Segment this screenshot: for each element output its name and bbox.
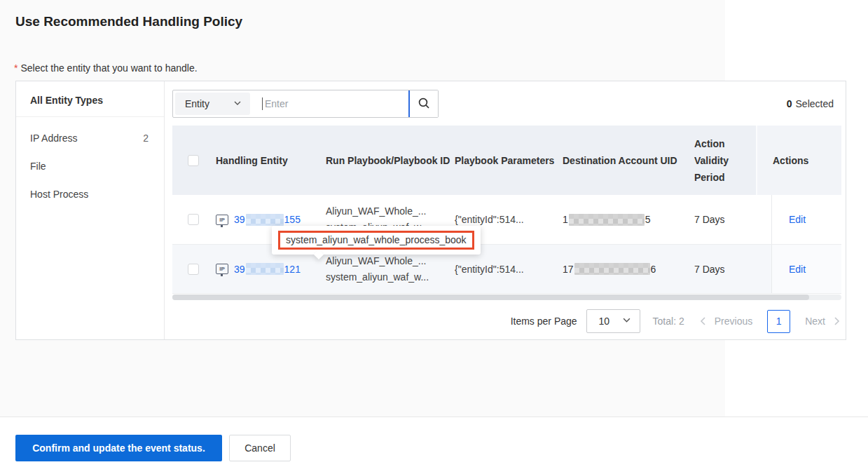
search-button[interactable] bbox=[410, 90, 438, 117]
cancel-button[interactable]: Cancel bbox=[229, 435, 291, 461]
playbook-name: Aliyun_WAF_Whole_... bbox=[326, 203, 426, 219]
masked-entity-segment bbox=[246, 263, 284, 275]
handling-entity-link[interactable]: IP 39 155 bbox=[216, 214, 301, 226]
sidebar-item-label: Host Process bbox=[30, 189, 88, 200]
uid-suffix: 6 bbox=[651, 264, 656, 275]
column-header-run-playbook: Run Playbook/Playbook ID bbox=[326, 126, 455, 195]
pagination-bar: Items per Page 10 Total: 2 Previous 1 Ne… bbox=[165, 309, 841, 333]
select-all-checkbox[interactable] bbox=[188, 155, 199, 166]
edit-link[interactable]: Edit bbox=[789, 264, 806, 275]
instruction-text: *Select the entity that you want to hand… bbox=[14, 62, 198, 74]
next-page-button[interactable]: Next bbox=[805, 316, 841, 327]
row-checkbox[interactable] bbox=[188, 264, 199, 275]
chevron-down-icon bbox=[233, 98, 242, 109]
page-number-button[interactable]: 1 bbox=[767, 310, 790, 333]
search-field-select[interactable]: Entity bbox=[175, 93, 250, 115]
selected-count-info: 0Selected bbox=[787, 98, 841, 109]
selected-count: 0 bbox=[787, 98, 792, 109]
uid-prefix: 17 bbox=[563, 264, 574, 275]
column-header-handling-entity: Handling Entity bbox=[216, 126, 326, 195]
selected-label: Selected bbox=[796, 98, 834, 109]
confirm-button[interactable]: Confirm and update the event status. bbox=[15, 435, 222, 461]
search-icon bbox=[418, 97, 430, 111]
search-toolbar: Entity 0Selected bbox=[172, 90, 841, 118]
playbook-id-tooltip: system_aliyun_waf_whole_process_book bbox=[272, 226, 481, 255]
items-per-page-label: Items per Page bbox=[511, 316, 577, 327]
action-validity-cell: 7 Days bbox=[694, 195, 771, 244]
total-count: Total: 2 bbox=[653, 316, 684, 327]
previous-page-button[interactable]: Previous bbox=[698, 316, 752, 327]
entity-id-prefix: 39 bbox=[234, 264, 245, 275]
required-asterisk: * bbox=[14, 62, 18, 74]
masked-uid-segment bbox=[574, 263, 650, 275]
entity-selection-panel: All Entity Types IP Address 2 File Host … bbox=[15, 81, 846, 340]
entity-id-suffix: 121 bbox=[284, 264, 301, 275]
sidebar-item-label: IP Address bbox=[30, 133, 77, 144]
next-label: Next bbox=[805, 316, 825, 327]
entity-type-sidebar: All Entity Types IP Address 2 File Host … bbox=[16, 81, 165, 339]
column-header-playbook-parameters: Playbook Parameters bbox=[455, 126, 563, 195]
sidebar-item-host-process[interactable]: Host Process bbox=[16, 180, 164, 208]
sidebar-item-ip-address[interactable]: IP Address 2 bbox=[16, 124, 164, 152]
sidebar-item-file[interactable]: File bbox=[16, 152, 164, 180]
sidebar-item-count: 2 bbox=[143, 133, 149, 144]
action-validity-cell: 7 Days bbox=[694, 245, 771, 293]
page-size-select[interactable]: 10 bbox=[586, 309, 640, 333]
playbook-name: Aliyun_WAF_Whole_... bbox=[326, 253, 426, 269]
uid-prefix: 1 bbox=[563, 214, 568, 225]
tooltip-highlight-box: system_aliyun_waf_whole_process_book bbox=[278, 231, 474, 250]
chevron-left-icon bbox=[698, 316, 708, 326]
column-header-action-validity-period: Action Validity Period bbox=[694, 126, 756, 195]
previous-label: Previous bbox=[715, 316, 752, 327]
search-input[interactable] bbox=[263, 90, 408, 117]
masked-uid-segment bbox=[569, 214, 645, 226]
entity-id-prefix: 39 bbox=[234, 214, 245, 225]
chevron-down-icon bbox=[622, 316, 631, 327]
page-title: Use Recommended Handling Policy bbox=[15, 14, 242, 29]
uid-suffix: 5 bbox=[645, 214, 651, 225]
instruction-label: Select the entity that you want to handl… bbox=[20, 62, 197, 74]
masked-entity-segment bbox=[246, 214, 284, 226]
horizontal-scrollbar[interactable] bbox=[172, 294, 841, 300]
edit-link[interactable]: Edit bbox=[789, 214, 806, 225]
footer-divider bbox=[0, 417, 868, 417]
column-header-destination-account-uid: Destination Account UID bbox=[563, 126, 694, 195]
sidebar-item-label: File bbox=[30, 161, 46, 172]
destination-account-uid-cell: 1 5 bbox=[563, 195, 694, 244]
destination-account-uid-cell: 17 6 bbox=[563, 245, 694, 293]
scrollbar-thumb[interactable] bbox=[172, 294, 809, 300]
entity-id-suffix: 155 bbox=[284, 214, 301, 225]
page-size-value: 10 bbox=[599, 316, 610, 327]
search-field-label: Entity bbox=[185, 98, 209, 109]
search-group: Entity bbox=[172, 90, 439, 118]
playbook-id: system_aliyun_waf_w... bbox=[326, 269, 429, 285]
column-header-actions: Actions bbox=[756, 126, 841, 195]
ip-address-icon: IP bbox=[216, 264, 228, 274]
entity-table-area: Entity 0Selected bbox=[165, 81, 848, 339]
handling-entity-link[interactable]: IP 39 121 bbox=[216, 263, 301, 275]
row-checkbox[interactable] bbox=[188, 214, 199, 225]
table-header-row: Handling Entity Run Playbook/Playbook ID… bbox=[172, 126, 841, 195]
handling-entity-table: Handling Entity Run Playbook/Playbook ID… bbox=[172, 126, 841, 294]
chevron-right-icon bbox=[832, 316, 841, 326]
ip-address-icon: IP bbox=[216, 215, 228, 225]
sidebar-header-all-entity-types: All Entity Types bbox=[16, 81, 164, 117]
